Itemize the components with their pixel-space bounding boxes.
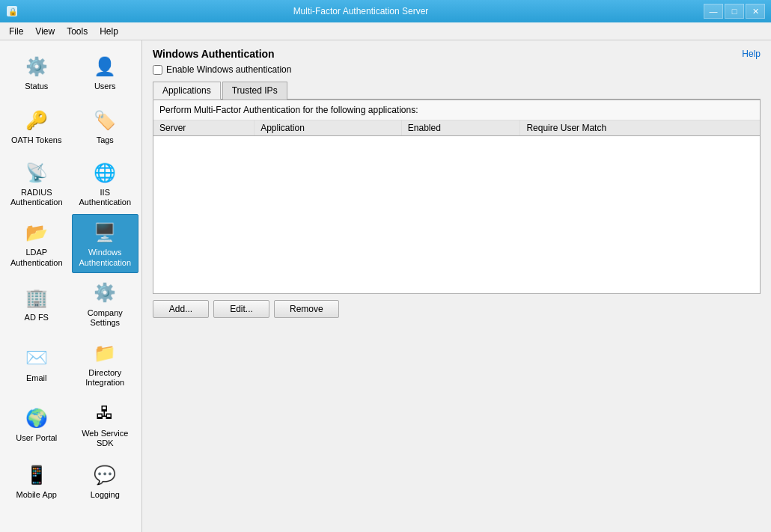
windows-auth-icon: 🖥️ — [91, 219, 118, 246]
radius-auth-icon: 📡 — [23, 159, 50, 186]
window-title: Multi-Factor Authentication Server — [18, 6, 704, 16]
sidebar-label-logging: Logging — [91, 490, 120, 500]
sidebar-item-logging[interactable]: 💬Logging — [72, 455, 139, 507]
sidebar-label-mobile-app: Mobile App — [16, 490, 57, 500]
edit-button[interactable]: Edit... — [213, 300, 269, 318]
add-button[interactable]: Add... — [153, 300, 209, 318]
adfs-icon: 🏢 — [23, 284, 50, 311]
sidebar-item-web-service-sdk[interactable]: 🖧Web Service SDK — [72, 395, 139, 453]
title-bar: 🔒 Multi-Factor Authentication Server — □… — [0, 0, 771, 22]
tab-trusted-ips[interactable]: Trusted IPs — [222, 82, 287, 100]
email-icon: ✉️ — [23, 345, 50, 372]
page-title: Windows Authentication — [153, 48, 275, 60]
help-link[interactable]: Help — [742, 49, 761, 59]
remove-button[interactable]: Remove — [274, 300, 339, 318]
sidebar-item-iis-auth[interactable]: 🌐IIS Authentication — [72, 154, 139, 213]
applications-table-container: Perform Multi-Factor Authentication for … — [153, 100, 761, 294]
company-settings-icon: ⚙️ — [91, 280, 118, 307]
sidebar-label-user-portal: User Portal — [16, 433, 57, 443]
sidebar-item-ldap-auth[interactable]: 📂LDAP Authentication — [3, 214, 70, 272]
sidebar-item-adfs[interactable]: 🏢AD FS — [3, 275, 70, 333]
col-header-server: Server — [153, 120, 255, 136]
sidebar-item-company-settings[interactable]: ⚙️Company Settings — [72, 275, 139, 333]
sidebar-label-tags: Tags — [97, 135, 114, 145]
sidebar-item-radius-auth[interactable]: 📡RADIUS Authentication — [3, 154, 70, 213]
window-controls: — □ ✕ — [704, 4, 765, 19]
users-icon: 👤 — [91, 53, 118, 80]
minimize-button[interactable]: — — [704, 4, 723, 19]
applications-table: ServerApplicationEnabledRequire User Mat… — [153, 120, 760, 136]
ldap-auth-icon: 📂 — [23, 219, 50, 246]
content-area: Windows Authentication Help Enable Windo… — [142, 40, 771, 532]
menu-file[interactable]: File — [3, 25, 29, 38]
sidebar-label-iis-auth: IIS Authentication — [76, 188, 135, 207]
tab-applications[interactable]: Applications — [153, 82, 221, 100]
tags-icon: 🏷️ — [91, 107, 118, 134]
sidebar-item-tags[interactable]: 🏷️Tags — [72, 100, 139, 153]
sidebar-label-windows-auth: Windows Authentication — [76, 248, 135, 267]
maximize-button[interactable]: □ — [725, 4, 744, 19]
iis-auth-icon: 🌐 — [91, 159, 118, 186]
menu-view[interactable]: View — [29, 25, 61, 38]
title-bar-left: 🔒 — [6, 5, 18, 17]
sidebar-label-status: Status — [25, 82, 48, 91]
enable-windows-auth-label[interactable]: Enable Windows authentication — [166, 64, 291, 75]
sidebar-item-windows-auth[interactable]: 🖥️Windows Authentication — [72, 214, 139, 272]
sidebar-item-mobile-app[interactable]: 📱Mobile App — [3, 455, 70, 507]
content-header: Windows Authentication Help — [153, 48, 761, 60]
sidebar-item-user-portal[interactable]: 🌍User Portal — [3, 395, 70, 453]
sidebar-label-adfs: AD FS — [25, 313, 49, 322]
main-layout: ⚙️Status👤Users🔑OATH Tokens🏷️Tags📡RADIUS … — [0, 40, 771, 532]
sidebar-label-radius-auth: RADIUS Authentication — [7, 188, 67, 207]
directory-integration-icon: 📁 — [91, 340, 118, 367]
mobile-app-icon: 📱 — [23, 462, 50, 489]
logging-icon: 💬 — [91, 462, 118, 489]
status-icon: ⚙️ — [23, 53, 50, 80]
sidebar-label-directory-integration: Directory Integration — [76, 368, 135, 388]
menu-tools[interactable]: Tools — [61, 25, 94, 38]
action-buttons: Add...Edit...Remove — [153, 300, 761, 318]
web-service-sdk-icon: 🖧 — [91, 400, 118, 427]
app-icon: 🔒 — [6, 5, 18, 17]
sidebar-item-directory-integration[interactable]: 📁Directory Integration — [72, 334, 139, 393]
user-portal-icon: 🌍 — [23, 405, 50, 432]
sidebar-label-email: Email — [26, 373, 47, 383]
col-header-enabled: Enabled — [401, 120, 520, 136]
col-header-require-user-match: Require User Match — [520, 120, 760, 136]
sidebar-label-oath-tokens: OATH Tokens — [11, 135, 61, 145]
enable-checkbox-row: Enable Windows authentication — [153, 64, 761, 75]
sidebar-label-company-settings: Company Settings — [76, 308, 135, 328]
sidebar-item-users[interactable]: 👤Users — [72, 46, 139, 99]
enable-windows-auth-checkbox[interactable] — [153, 65, 162, 75]
oath-tokens-icon: 🔑 — [23, 107, 50, 134]
close-button[interactable]: ✕ — [746, 4, 765, 19]
sidebar-label-ldap-auth: LDAP Authentication — [7, 248, 67, 267]
tab-bar: ApplicationsTrusted IPs — [153, 81, 761, 100]
menu-bar: File View Tools Help — [0, 22, 771, 40]
svg-text:🔒: 🔒 — [8, 7, 18, 16]
sidebar-item-email[interactable]: ✉️Email — [3, 334, 70, 393]
sidebar-item-oath-tokens[interactable]: 🔑OATH Tokens — [3, 100, 70, 153]
sidebar-label-users: Users — [94, 82, 116, 91]
sidebar-item-status[interactable]: ⚙️Status — [3, 46, 70, 99]
sidebar-label-web-service-sdk: Web Service SDK — [76, 429, 135, 448]
table-header: ServerApplicationEnabledRequire User Mat… — [153, 120, 760, 136]
menu-help[interactable]: Help — [94, 25, 124, 38]
table-info-text: Perform Multi-Factor Authentication for … — [153, 100, 760, 120]
col-header-application: Application — [255, 120, 402, 136]
sidebar: ⚙️Status👤Users🔑OATH Tokens🏷️Tags📡RADIUS … — [0, 40, 142, 532]
